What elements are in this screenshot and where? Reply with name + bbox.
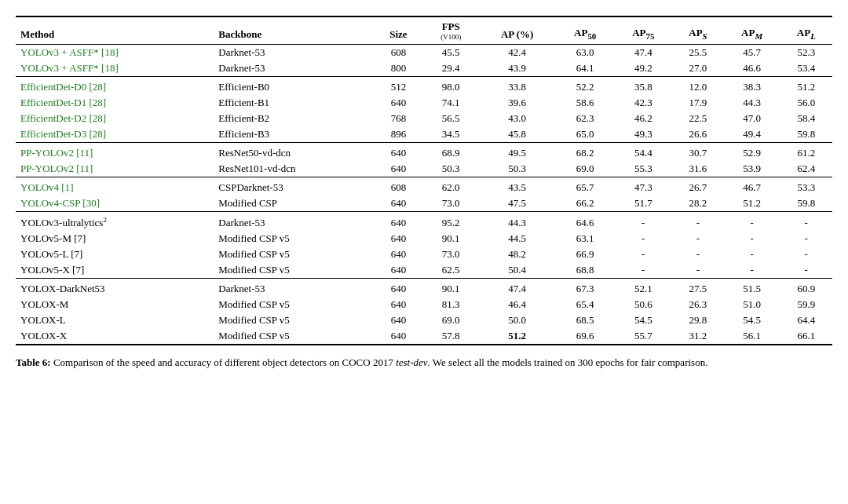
cell-aps: 29.8 bbox=[672, 312, 723, 328]
header-ap: AP (%) bbox=[478, 16, 556, 45]
cell-ap: 39.6 bbox=[478, 95, 556, 111]
cell-backbone: Darknet-53 bbox=[214, 212, 373, 232]
cell-ap50: 67.3 bbox=[556, 279, 614, 298]
cell-ap: 48.2 bbox=[478, 247, 556, 262]
cell-backbone: Darknet-53 bbox=[214, 60, 373, 77]
table-row: PP-YOLOv2 [11]ResNet50-vd-dcn64068.949.5… bbox=[16, 143, 832, 162]
cell-apm: - bbox=[724, 231, 780, 247]
cell-ap: 43.5 bbox=[478, 177, 556, 196]
cell-size: 640 bbox=[374, 212, 423, 232]
cell-size: 608 bbox=[374, 45, 423, 61]
cell-backbone: Modified CSP v5 bbox=[214, 231, 373, 247]
cell-size: 640 bbox=[374, 297, 423, 312]
cell-backbone: Modified CSP v5 bbox=[214, 247, 373, 262]
table-row: PP-YOLOv2 [11]ResNet101-vd-dcn64050.350.… bbox=[16, 161, 832, 177]
cell-ap: 43.9 bbox=[478, 60, 556, 77]
header-backbone: Backbone bbox=[214, 16, 373, 45]
cell-fps: 69.0 bbox=[423, 312, 478, 328]
cell-fps: 95.2 bbox=[423, 212, 478, 232]
cell-method: YOLOX-L bbox=[16, 312, 214, 328]
caption-text: Comparison of the speed and accuracy of … bbox=[51, 356, 396, 368]
cell-fps: 68.9 bbox=[423, 143, 478, 162]
cell-apm: 49.4 bbox=[724, 126, 780, 143]
cell-apl: - bbox=[780, 262, 832, 279]
cell-apm: 51.0 bbox=[724, 297, 780, 312]
cell-fps: 81.3 bbox=[423, 297, 478, 312]
cell-apl: 61.2 bbox=[780, 143, 832, 162]
cell-ap: 33.8 bbox=[478, 77, 556, 96]
cell-apl: 53.3 bbox=[780, 177, 832, 196]
header-aps: APS bbox=[672, 16, 723, 45]
cell-apl: 59.8 bbox=[780, 195, 832, 212]
cell-fps: 73.0 bbox=[423, 195, 478, 212]
cell-apm: 53.9 bbox=[724, 161, 780, 177]
table-caption: Table 6: Comparison of the speed and acc… bbox=[16, 355, 832, 371]
cell-size: 640 bbox=[374, 312, 423, 328]
cell-size: 768 bbox=[374, 111, 423, 126]
cell-size: 640 bbox=[374, 279, 423, 298]
cell-size: 640 bbox=[374, 161, 423, 177]
cell-method: EfficientDet-D0 [28] bbox=[16, 77, 214, 96]
cell-apl: 51.2 bbox=[780, 77, 832, 96]
cell-backbone: Darknet-53 bbox=[214, 279, 373, 298]
cell-aps: 27.0 bbox=[672, 60, 723, 77]
cell-aps: 22.5 bbox=[672, 111, 723, 126]
cell-ap: 44.5 bbox=[478, 231, 556, 247]
cell-ap50: 66.2 bbox=[556, 195, 614, 212]
cell-backbone: ResNet101-vd-dcn bbox=[214, 161, 373, 177]
cell-backbone: Modified CSP bbox=[214, 195, 373, 212]
cell-method: YOLOX-X bbox=[16, 328, 214, 345]
table-row: YOLOX-MModified CSP v564081.346.465.450.… bbox=[16, 297, 832, 312]
table-row: YOLOv5-M [7]Modified CSP v564090.144.563… bbox=[16, 231, 832, 247]
cell-ap75: 42.3 bbox=[614, 95, 672, 111]
cell-apl: - bbox=[780, 231, 832, 247]
cell-size: 640 bbox=[374, 262, 423, 279]
cell-apm: 51.2 bbox=[724, 195, 780, 212]
cell-aps: 31.6 bbox=[672, 161, 723, 177]
cell-fps: 90.1 bbox=[423, 231, 478, 247]
cell-fps: 56.5 bbox=[423, 111, 478, 126]
cell-ap75: 55.7 bbox=[614, 328, 672, 345]
cell-backbone: Efficient-B2 bbox=[214, 111, 373, 126]
cell-ap50: 63.1 bbox=[556, 231, 614, 247]
cell-backbone: Modified CSP v5 bbox=[214, 297, 373, 312]
cell-ap75: - bbox=[614, 212, 672, 232]
cell-ap: 50.3 bbox=[478, 161, 556, 177]
cell-method: YOLOv4-CSP [30] bbox=[16, 195, 214, 212]
cell-apl: 53.4 bbox=[780, 60, 832, 77]
caption-label: Table 6: bbox=[16, 356, 51, 368]
cell-method: YOLOv5-X [7] bbox=[16, 262, 214, 279]
cell-ap: 43.0 bbox=[478, 111, 556, 126]
cell-fps: 45.5 bbox=[423, 45, 478, 61]
header-ap75: AP75 bbox=[614, 16, 672, 45]
comparison-table: Method Backbone Size FPS(V100) AP (%) AP… bbox=[16, 16, 832, 345]
cell-ap75: - bbox=[614, 231, 672, 247]
cell-apm: 52.9 bbox=[724, 143, 780, 162]
cell-method: EfficientDet-D1 [28] bbox=[16, 95, 214, 111]
cell-fps: 50.3 bbox=[423, 161, 478, 177]
table-header-row: Method Backbone Size FPS(V100) AP (%) AP… bbox=[16, 16, 832, 45]
table-row: YOLOv3 + ASFF* [18]Darknet-5360845.542.4… bbox=[16, 45, 832, 61]
cell-aps: - bbox=[672, 262, 723, 279]
cell-backbone: Modified CSP v5 bbox=[214, 312, 373, 328]
cell-method: YOLOv3 + ASFF* [18] bbox=[16, 45, 214, 61]
cell-apl: 62.4 bbox=[780, 161, 832, 177]
cell-apm: 51.5 bbox=[724, 279, 780, 298]
cell-ap: 45.8 bbox=[478, 126, 556, 143]
cell-ap75: 54.5 bbox=[614, 312, 672, 328]
table-row: YOLOv3 + ASFF* [18]Darknet-5380029.443.9… bbox=[16, 60, 832, 77]
table-row: EfficientDet-D2 [28]Efficient-B276856.54… bbox=[16, 111, 832, 126]
cell-ap: 51.2 bbox=[478, 328, 556, 345]
cell-backbone: Modified CSP v5 bbox=[214, 262, 373, 279]
cell-ap50: 62.3 bbox=[556, 111, 614, 126]
cell-ap50: 58.6 bbox=[556, 95, 614, 111]
header-size: Size bbox=[374, 16, 423, 45]
header-fps: FPS(V100) bbox=[423, 16, 478, 45]
cell-ap50: 52.2 bbox=[556, 77, 614, 96]
cell-ap75: 54.4 bbox=[614, 143, 672, 162]
caption-text2: . We select all the models trained on 30… bbox=[428, 356, 708, 368]
cell-ap: 42.4 bbox=[478, 45, 556, 61]
cell-size: 640 bbox=[374, 143, 423, 162]
cell-fps: 62.0 bbox=[423, 177, 478, 196]
cell-apl: 52.3 bbox=[780, 45, 832, 61]
